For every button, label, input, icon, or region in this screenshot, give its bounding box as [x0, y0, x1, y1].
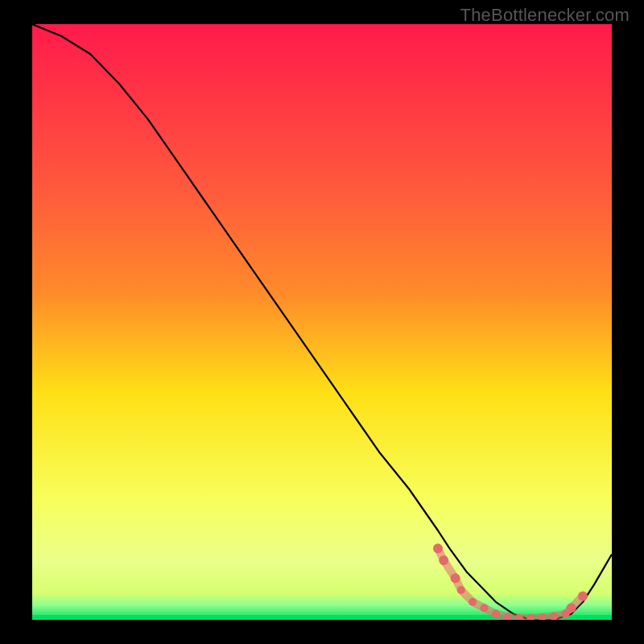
highlight-dot: [481, 604, 489, 612]
highlight-dot: [439, 555, 448, 565]
highlight-dot: [469, 598, 477, 606]
gradient-background: [32, 24, 612, 620]
highlight-dot: [433, 543, 443, 553]
highlight-dot: [567, 603, 576, 613]
chart-frame: TheBottlenecker.com: [0, 0, 644, 644]
highlight-dot: [457, 586, 465, 594]
plot-area: [32, 24, 612, 620]
highlight-dot: [492, 610, 500, 618]
highlight-dot: [451, 573, 460, 583]
chart-svg: [32, 24, 612, 620]
watermark-text: TheBottlenecker.com: [460, 5, 630, 26]
highlight-dot: [578, 591, 588, 601]
